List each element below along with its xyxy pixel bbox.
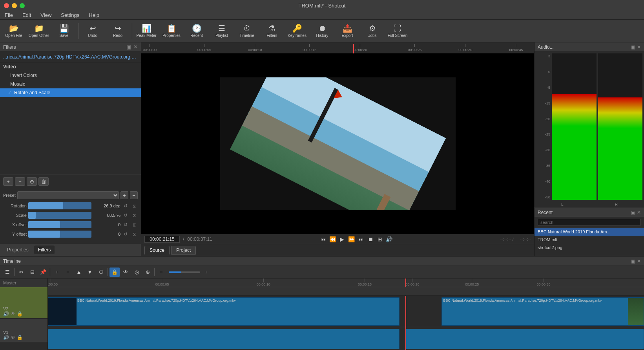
tab-source[interactable]: Source (144, 246, 170, 255)
tl-remove-button[interactable]: − (63, 268, 73, 277)
close-button[interactable] (4, 3, 9, 8)
remove-filter-button[interactable]: − (15, 177, 25, 186)
menu-file[interactable]: File (3, 11, 15, 19)
skip-to-start-button[interactable]: ⏮ (319, 235, 328, 244)
save-button[interactable]: 💾 Save (52, 21, 76, 41)
recent-item-bbc[interactable]: BBC.Natural.World.2019.Florida.Am... (535, 228, 644, 236)
tl-ripple-button[interactable]: ◎ (131, 268, 142, 277)
timeline-panel-icon-1[interactable]: ▣ (631, 258, 635, 264)
tl-scrub-button[interactable]: 👁 (120, 268, 131, 277)
rotation-reset[interactable]: ↺ (122, 202, 129, 209)
v2-visible-icon[interactable]: 👁 (11, 311, 15, 317)
tl-snap-button[interactable]: 🔒 (109, 268, 120, 277)
v1-clip-2[interactable] (405, 329, 644, 349)
v1-lock-icon[interactable]: 🔒 (17, 335, 23, 340)
v1-visible-icon[interactable]: 👁 (11, 335, 15, 340)
audio-panel-icon-1[interactable]: ▣ (631, 44, 635, 50)
keyframes-button[interactable]: 🔑 Keyframes (285, 21, 309, 41)
copy-filter-button[interactable]: ⊕ (27, 177, 37, 186)
paste-filter-button[interactable]: 🗑 (38, 177, 49, 186)
recent-item-shotcut2[interactable]: shotcut2.png (535, 244, 644, 251)
timeline-button[interactable]: ⏱ Timeline (235, 21, 259, 41)
xoffset-keyframe[interactable]: ⧖ (131, 221, 138, 228)
tab-properties[interactable]: Properties (3, 246, 33, 254)
yoffset-keyframe[interactable]: ⧖ (131, 231, 138, 238)
scrubber-bar[interactable]: 00:00:00 00:00:05 00:00:10 00:00:15 00:0… (141, 42, 534, 53)
stop-button[interactable]: ⏹ (366, 235, 375, 244)
tl-cut-button[interactable]: ✂ (16, 268, 26, 277)
tab-project[interactable]: Project (171, 246, 196, 255)
tl-paste-button[interactable]: 📌 (38, 268, 48, 277)
preset-add-button[interactable]: + (120, 191, 128, 199)
xoffset-slider[interactable] (28, 221, 91, 228)
open-file-button[interactable]: 📂 Open File (2, 21, 26, 41)
tl-split-button[interactable]: ⎔ (96, 268, 106, 277)
preset-select[interactable] (17, 191, 119, 199)
preset-delete-button[interactable]: − (130, 191, 138, 199)
v2-track-row[interactable]: BBC.Natural.World.2019.Florida.Americas.… (48, 296, 644, 327)
open-other-button[interactable]: 📁 Open Other (27, 21, 51, 41)
timeline-panel-icon-2[interactable]: ✕ (637, 258, 641, 264)
filters-button[interactable]: ⚗ Filters (260, 21, 284, 41)
filter-item-invert-colors[interactable]: Invert Colors (0, 71, 141, 80)
add-filter-button[interactable]: + (3, 177, 13, 186)
scale-reset[interactable]: ↺ (122, 212, 129, 219)
play-forward-button[interactable]: ⏩ (347, 235, 356, 244)
v1-audio-icon[interactable]: 🔊 (3, 335, 9, 340)
peak-meter-button[interactable]: 📊 Peak Meter (134, 21, 159, 41)
rotation-slider[interactable] (28, 202, 91, 209)
v2-lock-icon[interactable]: 🔒 (17, 311, 23, 317)
recent-item-trom[interactable]: TROM.mlt (535, 236, 644, 244)
v2-audio-icon[interactable]: 🔊 (3, 311, 9, 317)
filter-item-mosaic[interactable]: Mosaic (0, 80, 141, 88)
scale-keyframe[interactable]: ⧖ (131, 212, 138, 219)
rotation-keyframe[interactable]: ⧖ (131, 202, 138, 209)
fullscreen-button[interactable]: ⛶ Full Screen (385, 21, 410, 41)
v2-clip-1[interactable]: BBC.Natural.World.2019.Florida.Americas.… (48, 297, 400, 326)
tl-ripple-all-button[interactable]: ⊕ (142, 268, 153, 277)
recent-search-input[interactable] (538, 219, 641, 226)
tl-zoom-out-button[interactable]: − (156, 268, 166, 277)
tl-menu-button[interactable]: ☰ (2, 268, 13, 277)
menu-edit[interactable]: Edit (21, 11, 33, 19)
tl-overwrite-button[interactable]: ▼ (85, 268, 95, 277)
playlist-button[interactable]: ☰ Playlist (210, 21, 234, 41)
tl-lift-button[interactable]: ▲ (74, 268, 84, 277)
tab-filters[interactable]: Filters (34, 246, 55, 254)
recent-button[interactable]: 🕐 Recent (184, 21, 209, 41)
yoffset-slider[interactable] (28, 231, 91, 238)
undo-button[interactable]: ↩ Undo (80, 21, 105, 41)
properties-button[interactable]: 📋 Properties (159, 21, 184, 41)
play-back-button[interactable]: ⏪ (328, 235, 337, 244)
filters-panel-icon-2[interactable]: ✕ (133, 44, 138, 50)
history-button[interactable]: ⏺ History (310, 21, 334, 41)
v2-clip-2[interactable]: BBC.Natural.World.2019.Florida.Americas.… (441, 297, 644, 326)
filter-item-rotate-scale[interactable]: ✓ Rotate and Scale (0, 88, 141, 97)
tl-zoom-in-button[interactable]: + (201, 268, 211, 277)
menu-help[interactable]: Help (87, 11, 101, 19)
xoffset-reset[interactable]: ↺ (122, 221, 129, 228)
play-button[interactable]: ▶ (338, 235, 347, 244)
recent-panel-icon-1[interactable]: ▣ (631, 210, 635, 215)
maximize-button[interactable] (20, 3, 25, 8)
volume-button[interactable]: 🔊 (385, 235, 394, 244)
menu-view[interactable]: View (39, 11, 53, 19)
current-timecode[interactable]: 00:00:21:15 (144, 236, 180, 243)
recent-panel-icon-2[interactable]: ✕ (637, 210, 641, 215)
skip-to-end-button[interactable]: ⏭ (357, 235, 365, 244)
v1-clip-1[interactable] (48, 329, 400, 349)
tl-copy-button[interactable]: ⊟ (27, 268, 37, 277)
tl-zoom-slider[interactable] (169, 271, 200, 273)
scale-slider[interactable] (28, 212, 91, 219)
tl-append-button[interactable]: + (52, 268, 62, 277)
menu-settings[interactable]: Settings (59, 11, 81, 19)
v1-track-row[interactable] (48, 327, 644, 350)
toggle-button[interactable]: ⊞ (376, 235, 384, 244)
audio-panel-icon-2[interactable]: ✕ (637, 44, 641, 50)
redo-button[interactable]: ↪ Redo (106, 21, 130, 41)
minimize-button[interactable] (12, 3, 17, 8)
filters-panel-icon-1[interactable]: ▣ (126, 44, 131, 50)
export-button[interactable]: 📤 Export (335, 21, 359, 41)
yoffset-reset[interactable]: ↺ (122, 231, 129, 238)
jobs-button[interactable]: ⚙ Jobs (360, 21, 385, 41)
